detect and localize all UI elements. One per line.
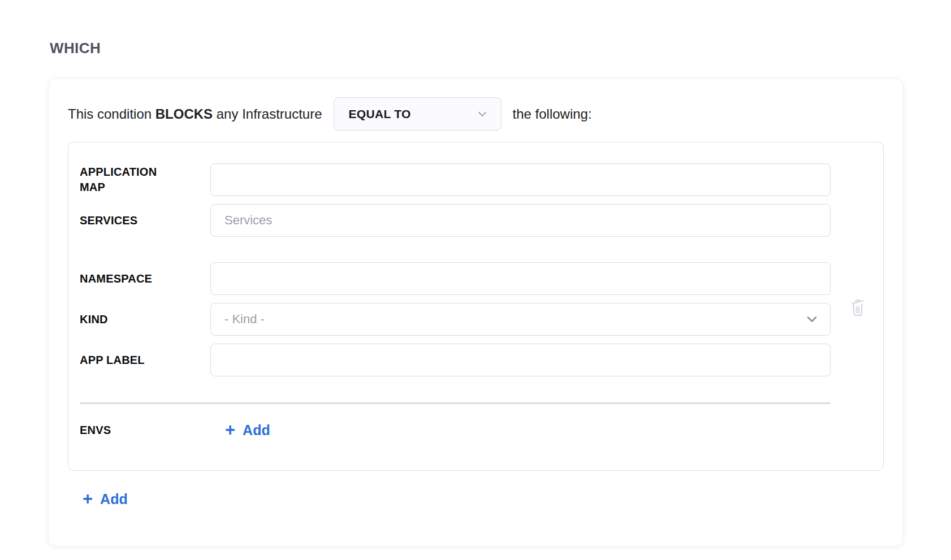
- app-label-input[interactable]: [210, 344, 831, 376]
- application-map-input[interactable]: [210, 163, 831, 196]
- infrastructure-fields-card: APPLICATION MAP SERVICES NAMESPACE KIND …: [68, 142, 884, 471]
- trash-icon: [849, 296, 867, 317]
- condition-middle-text: any Infrastructure: [217, 106, 322, 121]
- field-label-namespace: NAMESPACE: [80, 271, 210, 286]
- field-row-application-map: APPLICATION MAP: [80, 163, 831, 196]
- envs-add-label: Add: [243, 422, 270, 439]
- condition-verb: BLOCKS: [155, 106, 213, 121]
- plus-icon: +: [83, 493, 93, 505]
- kind-select-placeholder: - Kind -: [224, 312, 265, 327]
- chevron-down-icon: [805, 312, 819, 326]
- field-label-app-label: APP LABEL: [80, 353, 210, 368]
- field-label-services: SERVICES: [80, 213, 210, 228]
- page-title: WHICH: [50, 40, 101, 57]
- operator-select[interactable]: EQUAL TO: [334, 97, 502, 131]
- condition-text-prefix: This condition BLOCKS any Infrastructure: [68, 106, 322, 122]
- add-condition-label: Add: [100, 491, 128, 507]
- field-row-app-label: APP LABEL: [80, 344, 831, 376]
- field-label-envs: ENVS: [80, 423, 210, 438]
- field-row-namespace: NAMESPACE: [80, 262, 831, 295]
- namespace-input[interactable]: [210, 262, 831, 295]
- condition-card: This condition BLOCKS any Infrastructure…: [48, 78, 904, 546]
- field-row-kind: KIND - Kind -: [80, 303, 831, 336]
- field-row-envs: ENVS + Add: [80, 422, 831, 439]
- condition-sentence: This condition BLOCKS any Infrastructure…: [68, 97, 884, 131]
- plus-icon: +: [225, 424, 235, 436]
- condition-text-suffix: the following:: [513, 106, 592, 122]
- field-row-services: SERVICES: [80, 204, 831, 237]
- add-condition-button[interactable]: + Add: [83, 491, 128, 507]
- divider: [80, 402, 831, 404]
- chevron-down-icon: [476, 108, 489, 120]
- envs-add-button[interactable]: + Add: [225, 422, 270, 439]
- delete-condition-button[interactable]: [846, 293, 869, 319]
- field-label-application-map: APPLICATION MAP: [80, 164, 210, 195]
- services-input[interactable]: [210, 204, 831, 237]
- kind-select[interactable]: - Kind -: [210, 303, 831, 336]
- field-label-kind: KIND: [80, 312, 210, 327]
- operator-select-value: EQUAL TO: [349, 107, 411, 121]
- condition-prefix-text: This condition: [68, 106, 152, 121]
